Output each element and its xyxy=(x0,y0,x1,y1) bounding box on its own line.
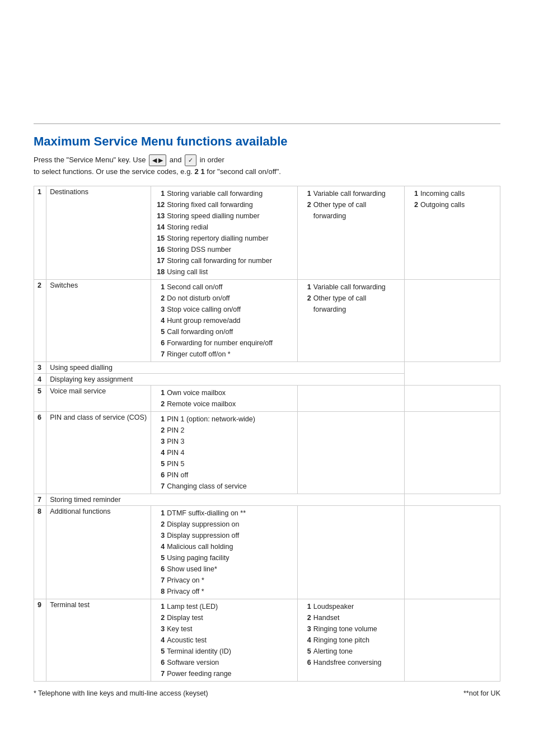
sub-item: 2PIN 2 xyxy=(154,425,294,436)
sub-item: 17Storing call forwarding for number xyxy=(154,255,294,266)
menu-num-9: 9 xyxy=(34,599,46,682)
menu-row-8: 8 Additional functions1DTMF suffix-diall… xyxy=(34,506,500,599)
sub-item: 6Software version xyxy=(154,657,294,668)
menu-row-9: 9 Terminal test1Lamp test (LED)2Display … xyxy=(34,599,500,682)
menu-sub-5: 1Own voice mailbox2Remote voice mailbox xyxy=(151,386,298,412)
sub-item: 5Using paging facility xyxy=(154,552,294,564)
key-check-icon: ✓ xyxy=(185,154,196,166)
page-title: Maximum Service Menu functions available xyxy=(34,123,500,149)
sub-item: 12Storing fixed call forwarding xyxy=(154,199,294,210)
menu-label-3: Using speed dialling xyxy=(46,362,405,374)
sub-item: 4Ringing tone pitch xyxy=(301,635,401,646)
menu-sub2-1: 1Variable call forwarding2Other type of … xyxy=(297,186,404,280)
sub-item: 1Variable call forwarding xyxy=(301,281,401,293)
key-back-icon: ◀ ▶ xyxy=(149,154,166,166)
menu-sub-8: 1DTMF suffix-dialling on **2Display supp… xyxy=(151,506,298,599)
menu-label-9: Terminal test xyxy=(46,599,151,682)
menu-num-3: 3 xyxy=(34,362,46,374)
sub-item: 18Using call list xyxy=(154,266,294,278)
menu-sub-9: 1Lamp test (LED)2Display test3Key test4A… xyxy=(151,599,298,682)
sub-item: 1PIN 1 (option: network-wide) xyxy=(154,414,294,425)
sub-item: 2Handset xyxy=(301,612,401,623)
menu-num-6: 6 xyxy=(34,412,46,494)
menu-sub3-empty-5 xyxy=(404,386,500,412)
footnote: * Telephone with line keys and multi-lin… xyxy=(34,689,500,697)
sub-item: 5Alerting tone xyxy=(301,646,401,657)
menu-sub2-2: 1Variable call forwarding2Other type of … xyxy=(297,280,404,362)
sub-item: 7Power feeding range xyxy=(154,668,294,679)
menu-row-2: 2 Switches1Second call on/off2Do not dis… xyxy=(34,280,500,362)
sub-item: 16Storing DSS number xyxy=(154,244,294,255)
menu-label-8: Additional functions xyxy=(46,506,151,599)
menu-num-8: 8 xyxy=(34,506,46,599)
sub-item: 3Stop voice calling on/off xyxy=(154,304,294,315)
sub-item: 6Handsfree conversing xyxy=(301,657,401,668)
menu-sub2-6 xyxy=(297,412,404,494)
sub-item: 3Display suppression off xyxy=(154,530,294,541)
sub-item: 4PIN 4 xyxy=(154,447,294,458)
menu-num-7: 7 xyxy=(34,494,46,506)
menu-row-5: 5 Voice mail service1Own voice mailbox2R… xyxy=(34,386,500,412)
menu-sub2-9: 1Loudspeaker2Handset3Ringing tone volume… xyxy=(297,599,404,682)
sub-item: 1Incoming calls xyxy=(408,188,496,199)
sub-item: 6Show used line* xyxy=(154,564,294,575)
menu-label-6: PIN and class of service (COS) xyxy=(46,412,151,494)
sub-item: 6PIN off xyxy=(154,469,294,481)
menu-sub3-1: 1Incoming calls2Outgoing calls xyxy=(404,186,500,280)
menu-label-5: Voice mail service xyxy=(46,386,151,412)
footnote-left: * Telephone with line keys and multi-lin… xyxy=(34,689,208,697)
footnote-right: **not for UK xyxy=(463,689,500,697)
sub-item: 1Lamp test (LED) xyxy=(154,601,294,612)
menu-row-6: 6 PIN and class of service (COS)1PIN 1 (… xyxy=(34,412,500,494)
sub-item: 5Call forwarding on/off xyxy=(154,326,294,337)
sub-item: 5Terminal identity (ID) xyxy=(154,646,294,657)
sub-item: 5PIN 5 xyxy=(154,458,294,469)
sub-item: 2Other type of call forwarding xyxy=(301,199,401,222)
sub-item: 2Other type of call forwarding xyxy=(301,293,401,315)
intro-text: Press the "Service Menu" key. Use ◀ ▶ an… xyxy=(34,154,500,177)
menu-num-4: 4 xyxy=(34,374,46,386)
menu-table: 1 Destinations1Storing variable call for… xyxy=(34,186,500,682)
menu-row-1: 1 Destinations1Storing variable call for… xyxy=(34,186,500,280)
sub-item: 6Forwarding for number enquire/off xyxy=(154,337,294,349)
sub-item: 2Do not disturb on/off xyxy=(154,293,294,304)
sub-item: 3PIN 3 xyxy=(154,436,294,447)
sub-item: 1DTMF suffix-dialling on ** xyxy=(154,508,294,519)
sub-item: 13Storing speed dialling number xyxy=(154,210,294,222)
menu-sub-2: 1Second call on/off2Do not disturb on/of… xyxy=(151,280,298,362)
sub-item: 2Display test xyxy=(154,612,294,623)
sub-item: 7Changing class of service xyxy=(154,481,294,492)
sub-item: 2Outgoing calls xyxy=(408,199,496,210)
menu-num-1: 1 xyxy=(34,186,46,280)
sub-item: 3Ringing tone volume xyxy=(301,623,401,635)
sub-item: 2Display suppression on xyxy=(154,519,294,530)
sub-item: 15Storing repertory dialling number xyxy=(154,233,294,244)
menu-sub2-8 xyxy=(297,506,404,599)
menu-sub3-empty-6 xyxy=(404,412,500,494)
sub-item: 7Privacy on * xyxy=(154,575,294,586)
sub-item: 7Ringer cutoff off/on * xyxy=(154,349,294,360)
menu-label-4: Displaying key assignment xyxy=(46,374,405,386)
sub-item: 4Hunt group remove/add xyxy=(154,315,294,326)
sub-item: 1Own voice mailbox xyxy=(154,387,294,398)
menu-num-2: 2 xyxy=(34,280,46,362)
sub-item: 2Remote voice mailbox xyxy=(154,398,294,410)
menu-sub3-empty-9 xyxy=(404,599,500,682)
sub-item: 1Variable call forwarding xyxy=(301,188,401,199)
sub-item: 4Malicious call holding xyxy=(154,541,294,552)
sub-item: 8Privacy off * xyxy=(154,586,294,597)
menu-sub3-empty-8 xyxy=(404,506,500,599)
sub-item: 1Loudspeaker xyxy=(301,601,401,612)
sub-item: 3Key test xyxy=(154,623,294,635)
menu-sub-6: 1PIN 1 (option: network-wide)2PIN 23PIN … xyxy=(151,412,298,494)
sub-item: 4Acoustic test xyxy=(154,635,294,646)
sub-item: 1Second call on/off xyxy=(154,281,294,293)
sub-item: 1Storing variable call forwarding xyxy=(154,188,294,199)
menu-sub3-empty-2 xyxy=(404,280,500,362)
menu-label-7: Storing timed reminder xyxy=(46,494,405,506)
menu-label-2: Switches xyxy=(46,280,151,362)
menu-num-5: 5 xyxy=(34,386,46,412)
menu-label-1: Destinations xyxy=(46,186,151,280)
menu-sub2-5 xyxy=(297,386,404,412)
menu-sub-1: 1Storing variable call forwarding12Stori… xyxy=(151,186,298,280)
